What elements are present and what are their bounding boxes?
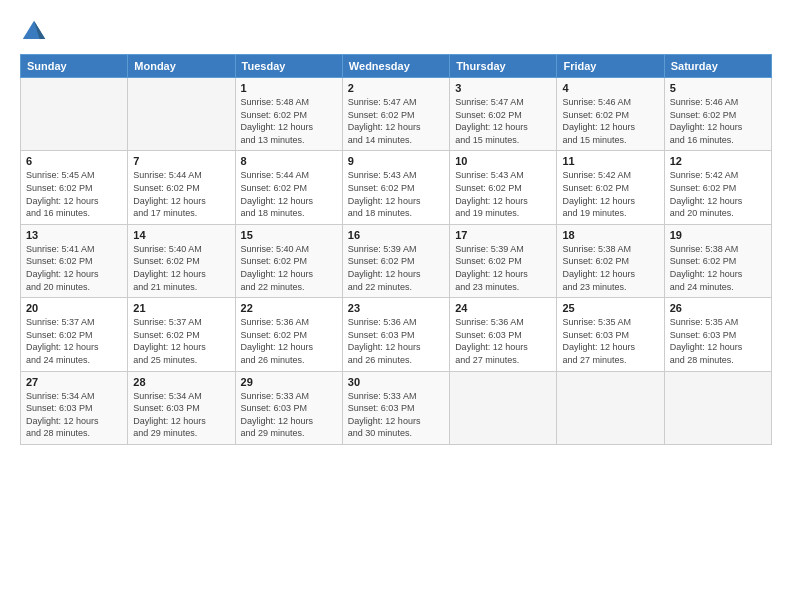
day-info: Sunrise: 5:37 AM Sunset: 6:02 PM Dayligh… bbox=[133, 316, 229, 366]
day-number: 7 bbox=[133, 155, 229, 167]
day-number: 19 bbox=[670, 229, 766, 241]
calendar-cell: 29Sunrise: 5:33 AM Sunset: 6:03 PM Dayli… bbox=[235, 371, 342, 444]
day-number: 15 bbox=[241, 229, 337, 241]
day-info: Sunrise: 5:45 AM Sunset: 6:02 PM Dayligh… bbox=[26, 169, 122, 219]
day-number: 23 bbox=[348, 302, 444, 314]
calendar-week-1: 6Sunrise: 5:45 AM Sunset: 6:02 PM Daylig… bbox=[21, 151, 772, 224]
day-number: 6 bbox=[26, 155, 122, 167]
day-number: 16 bbox=[348, 229, 444, 241]
day-info: Sunrise: 5:36 AM Sunset: 6:03 PM Dayligh… bbox=[455, 316, 551, 366]
calendar-cell: 10Sunrise: 5:43 AM Sunset: 6:02 PM Dayli… bbox=[450, 151, 557, 224]
day-number: 5 bbox=[670, 82, 766, 94]
col-header-tuesday: Tuesday bbox=[235, 55, 342, 78]
calendar-cell: 6Sunrise: 5:45 AM Sunset: 6:02 PM Daylig… bbox=[21, 151, 128, 224]
day-info: Sunrise: 5:34 AM Sunset: 6:03 PM Dayligh… bbox=[26, 390, 122, 440]
calendar-cell: 25Sunrise: 5:35 AM Sunset: 6:03 PM Dayli… bbox=[557, 298, 664, 371]
calendar-cell bbox=[128, 78, 235, 151]
calendar-cell: 2Sunrise: 5:47 AM Sunset: 6:02 PM Daylig… bbox=[342, 78, 449, 151]
calendar-cell: 14Sunrise: 5:40 AM Sunset: 6:02 PM Dayli… bbox=[128, 224, 235, 297]
day-number: 24 bbox=[455, 302, 551, 314]
calendar-cell: 18Sunrise: 5:38 AM Sunset: 6:02 PM Dayli… bbox=[557, 224, 664, 297]
day-number: 11 bbox=[562, 155, 658, 167]
day-number: 9 bbox=[348, 155, 444, 167]
day-info: Sunrise: 5:43 AM Sunset: 6:02 PM Dayligh… bbox=[455, 169, 551, 219]
day-info: Sunrise: 5:42 AM Sunset: 6:02 PM Dayligh… bbox=[562, 169, 658, 219]
col-header-thursday: Thursday bbox=[450, 55, 557, 78]
day-info: Sunrise: 5:34 AM Sunset: 6:03 PM Dayligh… bbox=[133, 390, 229, 440]
calendar-week-4: 27Sunrise: 5:34 AM Sunset: 6:03 PM Dayli… bbox=[21, 371, 772, 444]
day-info: Sunrise: 5:39 AM Sunset: 6:02 PM Dayligh… bbox=[455, 243, 551, 293]
day-number: 3 bbox=[455, 82, 551, 94]
calendar-week-0: 1Sunrise: 5:48 AM Sunset: 6:02 PM Daylig… bbox=[21, 78, 772, 151]
day-info: Sunrise: 5:35 AM Sunset: 6:03 PM Dayligh… bbox=[562, 316, 658, 366]
calendar-cell: 3Sunrise: 5:47 AM Sunset: 6:02 PM Daylig… bbox=[450, 78, 557, 151]
day-info: Sunrise: 5:40 AM Sunset: 6:02 PM Dayligh… bbox=[133, 243, 229, 293]
day-number: 22 bbox=[241, 302, 337, 314]
calendar-cell bbox=[664, 371, 771, 444]
day-info: Sunrise: 5:44 AM Sunset: 6:02 PM Dayligh… bbox=[133, 169, 229, 219]
calendar-cell: 12Sunrise: 5:42 AM Sunset: 6:02 PM Dayli… bbox=[664, 151, 771, 224]
day-number: 25 bbox=[562, 302, 658, 314]
calendar-cell: 7Sunrise: 5:44 AM Sunset: 6:02 PM Daylig… bbox=[128, 151, 235, 224]
calendar-table: SundayMondayTuesdayWednesdayThursdayFrid… bbox=[20, 54, 772, 445]
calendar-cell bbox=[557, 371, 664, 444]
day-info: Sunrise: 5:46 AM Sunset: 6:02 PM Dayligh… bbox=[562, 96, 658, 146]
day-number: 29 bbox=[241, 376, 337, 388]
day-info: Sunrise: 5:36 AM Sunset: 6:03 PM Dayligh… bbox=[348, 316, 444, 366]
day-info: Sunrise: 5:33 AM Sunset: 6:03 PM Dayligh… bbox=[241, 390, 337, 440]
day-number: 10 bbox=[455, 155, 551, 167]
calendar-cell: 28Sunrise: 5:34 AM Sunset: 6:03 PM Dayli… bbox=[128, 371, 235, 444]
day-info: Sunrise: 5:43 AM Sunset: 6:02 PM Dayligh… bbox=[348, 169, 444, 219]
calendar-cell: 24Sunrise: 5:36 AM Sunset: 6:03 PM Dayli… bbox=[450, 298, 557, 371]
day-number: 8 bbox=[241, 155, 337, 167]
calendar-cell: 8Sunrise: 5:44 AM Sunset: 6:02 PM Daylig… bbox=[235, 151, 342, 224]
calendar-cell: 20Sunrise: 5:37 AM Sunset: 6:02 PM Dayli… bbox=[21, 298, 128, 371]
day-info: Sunrise: 5:46 AM Sunset: 6:02 PM Dayligh… bbox=[670, 96, 766, 146]
day-number: 27 bbox=[26, 376, 122, 388]
day-info: Sunrise: 5:35 AM Sunset: 6:03 PM Dayligh… bbox=[670, 316, 766, 366]
calendar-cell: 4Sunrise: 5:46 AM Sunset: 6:02 PM Daylig… bbox=[557, 78, 664, 151]
day-info: Sunrise: 5:36 AM Sunset: 6:02 PM Dayligh… bbox=[241, 316, 337, 366]
page: SundayMondayTuesdayWednesdayThursdayFrid… bbox=[0, 0, 792, 612]
day-number: 30 bbox=[348, 376, 444, 388]
day-info: Sunrise: 5:48 AM Sunset: 6:02 PM Dayligh… bbox=[241, 96, 337, 146]
calendar-cell: 15Sunrise: 5:40 AM Sunset: 6:02 PM Dayli… bbox=[235, 224, 342, 297]
day-info: Sunrise: 5:37 AM Sunset: 6:02 PM Dayligh… bbox=[26, 316, 122, 366]
col-header-friday: Friday bbox=[557, 55, 664, 78]
calendar-cell: 1Sunrise: 5:48 AM Sunset: 6:02 PM Daylig… bbox=[235, 78, 342, 151]
calendar-cell: 11Sunrise: 5:42 AM Sunset: 6:02 PM Dayli… bbox=[557, 151, 664, 224]
calendar-week-3: 20Sunrise: 5:37 AM Sunset: 6:02 PM Dayli… bbox=[21, 298, 772, 371]
col-header-wednesday: Wednesday bbox=[342, 55, 449, 78]
day-info: Sunrise: 5:41 AM Sunset: 6:02 PM Dayligh… bbox=[26, 243, 122, 293]
day-info: Sunrise: 5:42 AM Sunset: 6:02 PM Dayligh… bbox=[670, 169, 766, 219]
day-number: 1 bbox=[241, 82, 337, 94]
calendar-cell: 19Sunrise: 5:38 AM Sunset: 6:02 PM Dayli… bbox=[664, 224, 771, 297]
day-info: Sunrise: 5:40 AM Sunset: 6:02 PM Dayligh… bbox=[241, 243, 337, 293]
day-number: 13 bbox=[26, 229, 122, 241]
calendar-cell: 17Sunrise: 5:39 AM Sunset: 6:02 PM Dayli… bbox=[450, 224, 557, 297]
calendar-cell: 30Sunrise: 5:33 AM Sunset: 6:03 PM Dayli… bbox=[342, 371, 449, 444]
day-number: 21 bbox=[133, 302, 229, 314]
day-number: 14 bbox=[133, 229, 229, 241]
day-number: 2 bbox=[348, 82, 444, 94]
day-info: Sunrise: 5:38 AM Sunset: 6:02 PM Dayligh… bbox=[562, 243, 658, 293]
logo-icon bbox=[20, 18, 48, 46]
col-header-monday: Monday bbox=[128, 55, 235, 78]
calendar-cell: 23Sunrise: 5:36 AM Sunset: 6:03 PM Dayli… bbox=[342, 298, 449, 371]
calendar-cell: 26Sunrise: 5:35 AM Sunset: 6:03 PM Dayli… bbox=[664, 298, 771, 371]
calendar-cell: 22Sunrise: 5:36 AM Sunset: 6:02 PM Dayli… bbox=[235, 298, 342, 371]
header bbox=[20, 18, 772, 46]
day-info: Sunrise: 5:44 AM Sunset: 6:02 PM Dayligh… bbox=[241, 169, 337, 219]
calendar-cell: 27Sunrise: 5:34 AM Sunset: 6:03 PM Dayli… bbox=[21, 371, 128, 444]
day-number: 20 bbox=[26, 302, 122, 314]
day-number: 26 bbox=[670, 302, 766, 314]
calendar-cell bbox=[450, 371, 557, 444]
calendar-week-2: 13Sunrise: 5:41 AM Sunset: 6:02 PM Dayli… bbox=[21, 224, 772, 297]
calendar-cell: 9Sunrise: 5:43 AM Sunset: 6:02 PM Daylig… bbox=[342, 151, 449, 224]
day-info: Sunrise: 5:39 AM Sunset: 6:02 PM Dayligh… bbox=[348, 243, 444, 293]
day-number: 17 bbox=[455, 229, 551, 241]
col-header-saturday: Saturday bbox=[664, 55, 771, 78]
day-info: Sunrise: 5:47 AM Sunset: 6:02 PM Dayligh… bbox=[348, 96, 444, 146]
day-number: 28 bbox=[133, 376, 229, 388]
day-info: Sunrise: 5:47 AM Sunset: 6:02 PM Dayligh… bbox=[455, 96, 551, 146]
